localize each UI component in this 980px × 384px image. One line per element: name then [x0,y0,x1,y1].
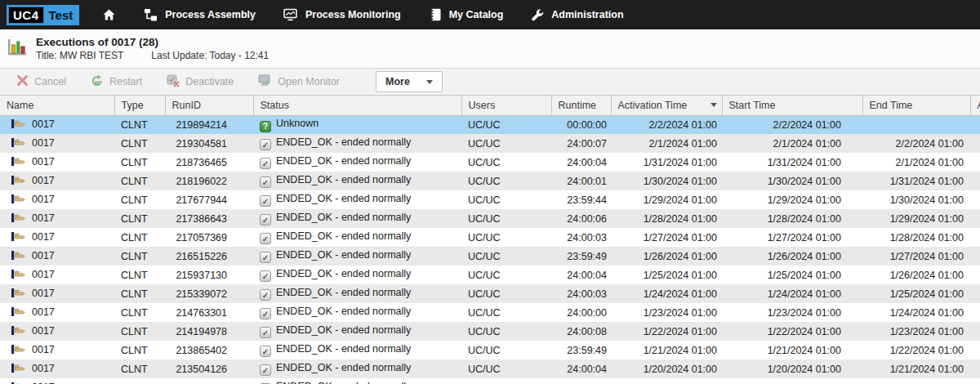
restart-button[interactable]: R Restart [91,74,142,90]
task-end-time: 1/23/2024 01:00 [862,322,970,341]
open-monitor-button[interactable]: Open Monitor [258,74,340,90]
task-end-time: 1/27/2024 01:00 [862,247,970,266]
table-row[interactable]: 0017 CLNT 213865402 ✓ENDED_OK - ended no… [0,341,980,359]
column-header-activation-time[interactable]: Activation Time [611,96,722,115]
task-start-time: 2/2/2024 01:00 [722,115,862,134]
nav-item-process-monitoring[interactable]: Process Monitoring [283,8,401,21]
nav-item-my-catalog[interactable]: My Catalog [429,8,504,21]
table-row[interactable]: 0017 CLNT 215937130 ✓ENDED_OK - ended no… [0,266,980,284]
cancel-button[interactable]: Cancel [16,74,66,89]
table-row[interactable]: 0017 CLNT 218736465 ✓ENDED_OK - ended no… [0,153,980,172]
table-row[interactable]: 0017 CLNT 217386643 ✓ENDED_OK - ended no… [0,209,980,228]
task-activation-time: 2/2/2024 01:00 [611,115,722,134]
status-icon: ✓ [260,158,271,169]
nav-item-label: My Catalog [449,9,504,20]
task-users: UC/UC [461,322,551,341]
table-row[interactable]: 0017 CLNT 217677944 ✓ENDED_OK - ended no… [0,190,980,209]
task-runid: 213865402 [165,341,253,359]
task-name: 0017 [32,344,55,355]
column-header-status[interactable]: Status [253,96,461,115]
task-object-icon [11,306,26,319]
task-type: CLNT [114,303,165,322]
page-title: Executions of 0017 (28) [36,35,269,49]
task-name: 0017 [32,212,55,224]
table-row[interactable]: 0017 CLNT 214763301 ✓ENDED_OK - ended no… [0,303,980,322]
nav-item-process-assembly[interactable]: Process Assembly [144,8,256,21]
task-type: CLNT [114,228,165,247]
task-start-time: 2/1/2024 01:00 [722,134,862,153]
nav-item-administration[interactable]: Administration [531,8,623,21]
status-icon: ✓ [260,308,271,319]
task-start-time: 1/20/2024 01:00 [722,359,862,378]
object-title-text: Title: MW RBI TEST [36,49,123,62]
task-users: UC/UC [461,172,551,190]
task-name: 0017 [32,288,55,299]
column-header-end-time[interactable]: End Time [862,96,970,115]
nav-item-label: Process Monitoring [305,9,401,20]
table-header-row: Name Type RunID Status Users Runtime Act… [0,96,980,115]
chevron-down-icon [426,80,433,84]
task-type: CLNT [114,115,165,134]
status-icon: ✓ [260,346,271,357]
task-users: UC/UC [461,190,551,209]
task-runtime: 23:59:44 [551,190,611,209]
task-object-icon [11,288,26,301]
my-catalog-icon [429,8,442,21]
uc4-logo[interactable]: UC4 Test [7,5,79,25]
task-object-icon [11,194,26,207]
task-users: UC/UC [461,247,551,266]
column-header-truncated[interactable]: A [970,96,980,115]
task-object-icon [11,325,26,338]
table-row[interactable]: 0017 CLNT 214194978 ✓ENDED_OK - ended no… [0,322,980,341]
task-object-icon [11,363,26,376]
status-text: ENDED_OK - ended normally [276,362,411,373]
task-runtime: 23:59:49 [551,247,611,266]
column-header-type[interactable]: Type [114,96,165,115]
column-header-users[interactable]: Users [461,96,551,115]
task-name: 0017 [32,306,55,318]
column-header-start-time[interactable]: Start Time [722,96,862,115]
task-runtime: 24:00:03 [551,228,611,247]
table-row[interactable]: 0017 CLNT 219304581 ✓ENDED_OK - ended no… [0,134,980,153]
table-row[interactable]: 0017 CLNT 218196022 ✓ENDED_OK - ended no… [0,172,980,190]
task-activation-time: 1/30/2024 01:00 [611,172,722,190]
task-activation-time: 1/26/2024 01:00 [611,247,722,266]
deactivate-button[interactable]: Deactivate [167,74,234,90]
more-button[interactable]: More [376,71,443,92]
task-runtime: 24:00:06 [551,209,611,228]
task-name: 0017 [32,250,55,261]
status-text: Unknown [276,118,318,129]
logo-brand-text: UC4 [8,7,44,24]
column-header-name[interactable]: Name [0,96,114,115]
table-row[interactable]: 0017 CLNT 219894214 ?Unknown UC/UC 00:00… [0,115,980,134]
table-row[interactable]: 0017 CLNT 216515226 ✓ENDED_OK - ended no… [0,247,980,266]
task-users: UC/UC [461,209,551,228]
task-runid: 218736465 [165,153,253,172]
task-name: 0017 [32,137,55,149]
task-name: 0017 [32,231,55,243]
task-activation-time: 1/20/2024 01:00 [611,359,722,378]
table-row[interactable]: 0017 CLNT 213007171 ✓ENDED_OK - ended no… [0,378,980,384]
status-icon: ✓ [260,364,271,376]
task-runid: 214763301 [165,303,253,322]
task-runid: 217677944 [165,190,253,209]
table-row[interactable]: 0017 CLNT 213504126 ✓ENDED_OK - ended no… [0,359,980,378]
table-row[interactable]: 0017 CLNT 215339072 ✓ENDED_OK - ended no… [0,284,980,303]
status-icon: ✓ [260,252,271,263]
column-header-runtime[interactable]: Runtime [551,96,611,115]
task-runid: 217057369 [165,228,253,247]
status-text: ENDED_OK - ended normally [276,249,411,261]
task-object-icon [11,231,26,244]
task-end-time: 1/26/2024 01:00 [862,266,970,284]
task-type: CLNT [114,134,165,153]
home-button[interactable] [102,8,116,21]
task-users: UC/UC [461,284,551,303]
task-start-time: 1/22/2024 01:00 [722,322,862,341]
home-icon [102,8,116,21]
page-header: Executions of 0017 (28) Title: MW RBI TE… [0,29,980,69]
column-header-runid[interactable]: RunID [165,96,253,115]
task-runid: 218196022 [165,172,253,190]
task-start-time: 1/29/2024 01:00 [722,190,862,209]
button-label: Open Monitor [278,76,340,87]
table-row[interactable]: 0017 CLNT 217057369 ✓ENDED_OK - ended no… [0,228,980,247]
